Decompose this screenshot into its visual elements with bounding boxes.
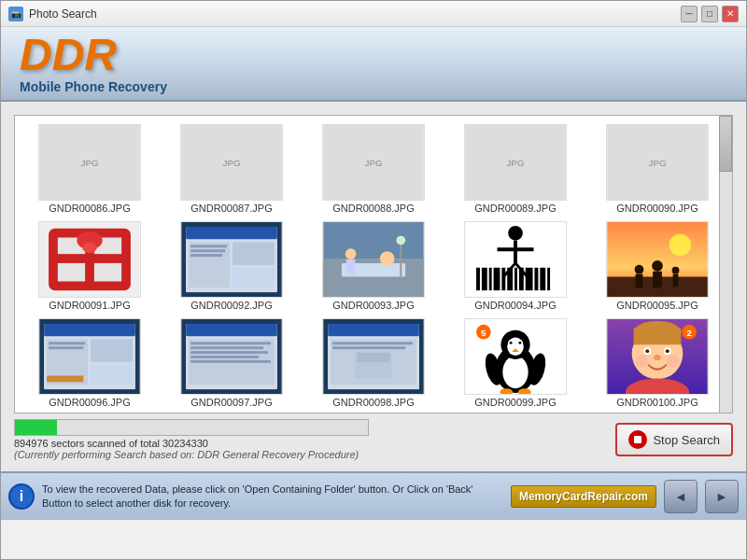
photo-thumb-100: 2 bbox=[606, 318, 709, 395]
maximize-button[interactable]: □ bbox=[701, 6, 718, 22]
svg-text:JPG: JPG bbox=[81, 158, 99, 168]
svg-rect-69 bbox=[91, 365, 133, 385]
svg-point-98 bbox=[507, 338, 524, 357]
svg-point-61 bbox=[672, 267, 680, 274]
svg-rect-21 bbox=[189, 242, 230, 287]
photo-name-91: GNDR00091.JPG bbox=[49, 300, 130, 311]
minimize-button[interactable]: ─ bbox=[681, 6, 698, 22]
photo-thumb-98 bbox=[322, 318, 425, 395]
photo-thumb-94 bbox=[464, 221, 567, 298]
progress-section: 894976 sectors scanned of total 30234330… bbox=[14, 419, 733, 460]
svg-rect-45 bbox=[526, 268, 533, 290]
stop-search-button[interactable]: Stop Search bbox=[615, 423, 733, 456]
photo-thumb-99: 5 bbox=[464, 318, 567, 395]
svg-rect-79 bbox=[190, 346, 263, 349]
photo-name-87: GNDR00087.JPG bbox=[190, 203, 272, 214]
photo-thumb-97 bbox=[180, 318, 283, 395]
svg-rect-82 bbox=[190, 360, 271, 363]
app-logo: DDR Mobile Phone Recovery bbox=[20, 33, 167, 94]
list-item[interactable]: 5 bbox=[444, 314, 586, 411]
svg-rect-46 bbox=[534, 268, 538, 290]
stop-label: Stop Search bbox=[653, 433, 720, 447]
svg-rect-47 bbox=[540, 268, 545, 290]
forward-button[interactable]: ► bbox=[705, 480, 739, 513]
photo-name-93: GNDR00093.JPG bbox=[332, 300, 414, 311]
scrollbar-thumb[interactable] bbox=[719, 116, 732, 172]
back-icon: ◄ bbox=[674, 489, 687, 504]
svg-rect-40 bbox=[494, 268, 500, 290]
svg-rect-81 bbox=[190, 356, 259, 358]
list-item[interactable]: 2 GNDR00100.JPG bbox=[586, 314, 728, 411]
svg-point-33 bbox=[345, 248, 357, 259]
list-item[interactable]: GNDR00097.JPG bbox=[161, 314, 303, 411]
scrollbar-track[interactable] bbox=[719, 116, 732, 413]
photo-thumb-88: JPG bbox=[322, 124, 425, 201]
progress-bar-fill bbox=[15, 420, 57, 435]
svg-rect-58 bbox=[636, 274, 643, 288]
photo-thumb-95 bbox=[606, 221, 709, 298]
photo-thumb-89: JPG bbox=[464, 124, 567, 201]
photo-name-99: GNDR00099.JPG bbox=[474, 397, 556, 408]
svg-text:JPG: JPG bbox=[365, 158, 383, 168]
list-item[interactable]: JPG GNDR00089.JPG bbox=[444, 119, 586, 217]
svg-text:JPG: JPG bbox=[649, 158, 667, 168]
svg-text:JPG: JPG bbox=[223, 158, 241, 168]
svg-point-118 bbox=[667, 355, 680, 368]
info-text: To view the recovered Data, please click… bbox=[42, 483, 503, 511]
list-item[interactable]: JPG GNDR00087.JPG bbox=[161, 119, 303, 217]
svg-point-30 bbox=[380, 251, 395, 266]
photo-name-90: GNDR00090.JPG bbox=[616, 203, 698, 214]
back-button[interactable]: ◄ bbox=[664, 480, 698, 513]
svg-text:JPG: JPG bbox=[507, 158, 525, 168]
svg-point-117 bbox=[636, 355, 649, 368]
list-item[interactable]: GNDR00092.JPG bbox=[161, 217, 303, 314]
svg-rect-111 bbox=[634, 329, 682, 345]
svg-rect-39 bbox=[489, 268, 492, 290]
list-item[interactable]: GNDR00091.JPG bbox=[19, 217, 161, 314]
svg-rect-41 bbox=[501, 268, 505, 290]
photo-thumb-96 bbox=[38, 318, 141, 395]
svg-point-16 bbox=[82, 242, 97, 253]
svg-rect-72 bbox=[47, 375, 83, 382]
close-button[interactable]: ✕ bbox=[722, 6, 739, 22]
svg-rect-43 bbox=[514, 268, 517, 290]
svg-point-32 bbox=[396, 236, 405, 245]
svg-rect-38 bbox=[482, 268, 487, 290]
window-title: Photo Search bbox=[29, 7, 97, 21]
photo-name-94: GNDR00094.JPG bbox=[474, 300, 556, 311]
titlebar: 📷 Photo Search ─ □ ✕ bbox=[1, 1, 746, 27]
svg-rect-19 bbox=[186, 227, 277, 240]
svg-rect-24 bbox=[190, 245, 227, 247]
svg-rect-37 bbox=[476, 268, 480, 290]
svg-point-49 bbox=[508, 226, 523, 241]
svg-rect-78 bbox=[190, 342, 271, 344]
photo-name-96: GNDR00096.JPG bbox=[49, 397, 130, 408]
svg-point-102 bbox=[518, 342, 521, 344]
photo-name-89: GNDR00089.JPG bbox=[474, 203, 556, 214]
photo-name-97: GNDR00097.JPG bbox=[190, 397, 272, 408]
list-item[interactable]: JPG GNDR00090.JPG bbox=[586, 119, 728, 217]
svg-rect-62 bbox=[673, 274, 679, 287]
list-item[interactable]: GNDR00098.JPG bbox=[303, 314, 444, 411]
photo-thumb-93 bbox=[322, 221, 425, 298]
photo-name-95: GNDR00095.JPG bbox=[616, 300, 698, 311]
photo-name-100: GNDR00100.JPG bbox=[616, 397, 698, 408]
photo-thumb-86: JPG bbox=[38, 124, 141, 201]
list-item[interactable]: JPG GNDR00086.JPG bbox=[19, 119, 161, 217]
list-item[interactable]: GNDR00094.JPG bbox=[444, 217, 586, 314]
progress-status-text: (Currently performing Search based on: D… bbox=[14, 449, 606, 460]
progress-bar-container bbox=[14, 419, 369, 436]
svg-rect-25 bbox=[190, 249, 225, 252]
svg-rect-71 bbox=[49, 346, 83, 349]
svg-rect-23 bbox=[233, 268, 275, 287]
list-item[interactable]: GNDR00096.JPG bbox=[19, 314, 161, 411]
list-item[interactable]: JPG GNDR00088.JPG bbox=[303, 119, 444, 217]
svg-point-101 bbox=[510, 342, 513, 344]
list-item[interactable]: GNDR00093.JPG bbox=[303, 217, 444, 314]
svg-rect-48 bbox=[547, 268, 550, 290]
photo-thumb-87: JPG bbox=[180, 124, 283, 201]
list-item[interactable]: GNDR00095.JPG bbox=[586, 217, 728, 314]
svg-rect-60 bbox=[653, 272, 662, 288]
info-icon: i bbox=[8, 483, 35, 510]
photo-name-98: GNDR00098.JPG bbox=[332, 397, 414, 408]
